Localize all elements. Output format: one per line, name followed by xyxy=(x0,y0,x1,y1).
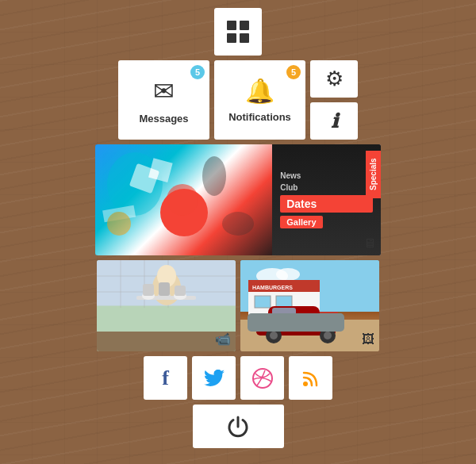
svg-text:HAMBURGERS: HAMBURGERS xyxy=(252,285,293,290)
power-icon xyxy=(225,414,251,439)
messages-badge: 5 xyxy=(190,65,205,79)
info-icon: ℹ xyxy=(331,110,338,132)
specials-label: Specials xyxy=(366,151,381,198)
svg-rect-22 xyxy=(175,286,186,296)
messages-label: Messages xyxy=(139,113,188,125)
bell-icon: 🔔 xyxy=(245,77,274,105)
menu-news: News xyxy=(280,171,373,180)
row-images: 📹 HAMBURGERS xyxy=(8,260,468,351)
grid-icon xyxy=(227,21,249,43)
svg-rect-35 xyxy=(272,308,296,320)
messages-tile[interactable]: 5 ✉ Messages xyxy=(118,60,209,140)
row-icons: 5 ✉ Messages 5 🔔 Notifications ⚙ ℹ xyxy=(8,60,468,140)
gear-icon: ⚙ xyxy=(325,67,344,91)
video-tile[interactable]: 📹 xyxy=(97,260,236,351)
dribbble-tile[interactable] xyxy=(240,356,284,400)
banner-svg xyxy=(95,144,281,255)
power-tile[interactable] xyxy=(193,405,284,448)
svg-point-2 xyxy=(167,184,198,216)
svg-rect-30 xyxy=(255,296,271,308)
svg-rect-21 xyxy=(159,282,170,296)
row-power xyxy=(8,405,468,448)
row-grid xyxy=(8,8,468,56)
image-gallery-icon: 🖼 xyxy=(362,332,374,347)
row-banner: News Club Dates Gallery Specials 🖥 xyxy=(8,144,468,255)
svg-point-39 xyxy=(324,332,332,339)
notifications-tile[interactable]: 5 🔔 Notifications xyxy=(214,60,305,140)
image-tile[interactable]: HAMBURGERS 🖼 xyxy=(240,260,379,351)
monitor-icon: 🖥 xyxy=(363,236,376,251)
svg-point-3 xyxy=(202,156,226,196)
info-tile[interactable]: ℹ xyxy=(310,102,358,140)
twitter-tile[interactable] xyxy=(192,356,236,400)
svg-point-37 xyxy=(270,332,278,339)
dribbble-icon xyxy=(252,368,273,389)
settings-tile[interactable]: ⚙ xyxy=(310,60,358,98)
envelope-icon: ✉ xyxy=(153,76,175,106)
menu-dates: Dates xyxy=(280,195,373,213)
rss-icon xyxy=(302,370,320,387)
notifications-label: Notifications xyxy=(228,111,291,123)
svg-rect-31 xyxy=(276,296,292,308)
rss-tile[interactable] xyxy=(289,356,332,400)
svg-rect-20 xyxy=(143,284,154,296)
banner-tile[interactable]: News Club Dates Gallery Specials 🖥 xyxy=(95,144,381,255)
row-social: f xyxy=(8,356,468,400)
image-thumbnail: HAMBURGERS 🖼 xyxy=(240,260,379,351)
car-svg: HAMBURGERS xyxy=(240,260,379,351)
svg-point-6 xyxy=(222,212,254,236)
facebook-tile[interactable]: f xyxy=(144,356,187,400)
video-thumbnail: 📹 xyxy=(97,260,236,351)
svg-point-26 xyxy=(276,268,300,281)
menu-gallery: Gallery xyxy=(280,216,322,228)
banner-art xyxy=(95,144,281,255)
settings-column: ⚙ ℹ xyxy=(310,60,358,140)
svg-point-5 xyxy=(107,212,131,236)
grid-button[interactable] xyxy=(214,8,262,56)
banner-inner: News Club Dates Gallery Specials 🖥 xyxy=(95,144,381,255)
menu-club: Club xyxy=(280,183,373,192)
twitter-icon xyxy=(204,370,225,387)
svg-point-41 xyxy=(303,382,308,386)
video-camera-icon: 📹 xyxy=(215,332,231,347)
facebook-icon: f xyxy=(162,366,169,390)
notifications-badge: 5 xyxy=(286,65,301,79)
